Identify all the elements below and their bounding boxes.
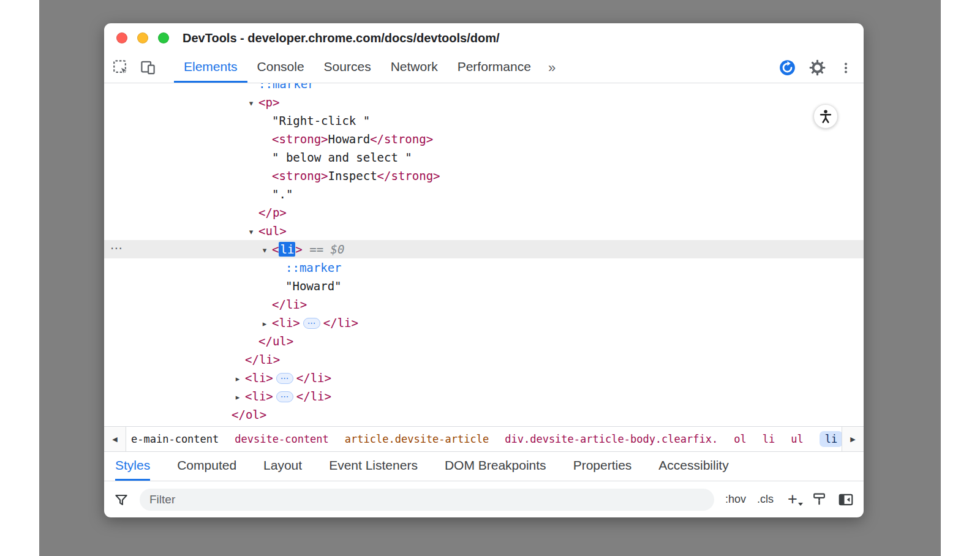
new-style-rule-button[interactable]: + (785, 490, 801, 509)
dom-tree-row[interactable]: </p> (104, 203, 864, 222)
toggle-sidebar-button[interactable] (838, 492, 854, 508)
tab-performance[interactable]: Performance (448, 53, 541, 83)
dom-tree-row[interactable]: ⋯▾<li> == $0 (104, 240, 864, 258)
pseudo-element-token: ::marker (285, 261, 342, 274)
breadcrumb: e-main-contentdevsite-contentarticle.dev… (126, 427, 842, 451)
panel-tabs: ElementsConsoleSourcesNetworkPerformance (174, 53, 541, 83)
text-token: " below and select " (272, 151, 412, 164)
breadcrumb-bar: ◀ e-main-contentdevsite-contentarticle.d… (104, 426, 864, 452)
dom-tree-row[interactable]: <strong>Inspect</strong> (104, 167, 864, 185)
more-tabs-button[interactable]: » (541, 53, 563, 83)
tag-token: < (272, 242, 279, 256)
sidebar-tab-dom-breakpoints[interactable]: DOM Breakpoints (445, 452, 546, 481)
dom-tree-row[interactable]: ▸<li>⋯</li> (104, 387, 864, 405)
toggle-element-state-button[interactable]: :hov (725, 493, 746, 506)
tag-token: </li> (296, 389, 331, 403)
caret-down-icon (798, 503, 803, 506)
toggle-sidebar-icon (838, 492, 854, 508)
breadcrumb-item-ul[interactable]: ul (791, 433, 803, 445)
dom-tree-row[interactable]: ▸<li>⋯</li> (104, 369, 864, 387)
text-token: Howard (328, 132, 371, 146)
more-actions-icon[interactable]: ⋯ (110, 240, 123, 257)
text-token: Inspect (328, 169, 377, 182)
gear-icon (809, 59, 826, 76)
breadcrumb-scroll-left-button[interactable]: ◀ (104, 427, 126, 451)
selected-tag-highlight: li (279, 242, 295, 257)
twisty-right-icon[interactable]: ▸ (232, 370, 244, 388)
dom-tree-row[interactable]: ::marker (104, 258, 864, 277)
sidebar-tab-computed[interactable]: Computed (177, 452, 236, 481)
sidebar-tab-styles[interactable]: Styles (115, 452, 150, 481)
dom-tree-row[interactable]: </li> (104, 350, 864, 369)
twisty-right-icon[interactable]: ▸ (258, 315, 271, 333)
dom-tree-row[interactable]: ::marker (104, 83, 864, 93)
format-paint-button[interactable] (812, 492, 827, 507)
kebab-icon (839, 61, 853, 75)
dom-tree-row[interactable]: "Howard" (104, 277, 864, 295)
collapsed-content-button[interactable]: ⋯ (276, 391, 293, 402)
tag-token: </ol> (232, 408, 266, 421)
breadcrumb-item-ol[interactable]: ol (734, 433, 746, 445)
dom-tree-row[interactable]: ▾<p> (104, 93, 864, 111)
close-button[interactable] (116, 32, 127, 43)
breadcrumb-item-li[interactable]: li (820, 431, 842, 447)
text-token: "Right-click " (272, 114, 370, 127)
more-options-button[interactable] (839, 61, 853, 75)
collapsed-content-button[interactable]: ⋯ (303, 318, 320, 329)
dom-tree-row[interactable]: </li> (104, 295, 864, 314)
titlebar: DevTools - developer.chrome.com/docs/dev… (104, 23, 864, 53)
tag-token: <li> (245, 389, 273, 403)
tag-token: <li> (272, 316, 300, 329)
text-token (303, 242, 309, 256)
dom-tree-row[interactable]: </ul> (104, 332, 864, 350)
breadcrumb-item-e-main-content[interactable]: e-main-content (131, 433, 219, 445)
styles-filter-input[interactable] (140, 489, 714, 511)
dom-tree-row[interactable]: "." (104, 185, 864, 203)
equals-token: == (309, 242, 323, 256)
text-token: "." (272, 187, 293, 201)
minimize-button[interactable] (137, 32, 148, 43)
plus-icon: + (788, 490, 797, 509)
breadcrumb-item-div-devsite-article-body-clearfix[interactable]: div.devsite-article-body.clearfix. (505, 433, 718, 445)
dom-tree-row[interactable]: <strong>Howard</strong> (104, 130, 864, 148)
element-classes-button[interactable]: .cls (757, 493, 774, 506)
breadcrumb-item-article-devsite-article[interactable]: article.devsite-article (345, 433, 489, 445)
twisty-down-icon[interactable]: ▾ (258, 241, 271, 260)
dom-tree-row[interactable]: "Right-click " (104, 111, 864, 130)
device-toolbar-button[interactable] (138, 53, 157, 83)
accessibility-button[interactable] (813, 104, 838, 129)
sidebar-tabs: StylesComputedLayoutEvent ListenersDOM B… (104, 452, 864, 481)
filter-funnel-icon (114, 492, 129, 507)
settings-button[interactable] (809, 59, 826, 76)
inspect-element-button[interactable] (111, 53, 130, 83)
sidebar-tab-event-listeners[interactable]: Event Listeners (329, 452, 418, 481)
sidebar-tab-accessibility[interactable]: Accessibility (658, 452, 728, 481)
collapsed-content-button[interactable]: ⋯ (276, 373, 293, 384)
tab-sources[interactable]: Sources (314, 53, 381, 83)
tab-elements[interactable]: Elements (174, 53, 247, 83)
sidebar-tab-layout[interactable]: Layout (263, 452, 302, 481)
tag-token: </li> (272, 298, 307, 311)
tab-network[interactable]: Network (381, 53, 448, 83)
breadcrumb-item-li[interactable]: li (763, 433, 775, 445)
tag-token: <li> (245, 371, 273, 385)
sync-badge-button[interactable] (779, 59, 796, 76)
sidebar-tab-properties[interactable]: Properties (573, 452, 632, 481)
zoom-button[interactable] (158, 32, 169, 43)
breadcrumb-scroll-right-button[interactable]: ▶ (842, 427, 864, 451)
inspect-cursor-icon (113, 59, 129, 76)
breadcrumb-item-devsite-content[interactable]: devsite-content (235, 433, 329, 445)
tag-token: > (295, 242, 302, 256)
pseudo-element-token: ::marker (258, 83, 315, 91)
tag-token: </p> (258, 206, 287, 219)
tab-console[interactable]: Console (247, 53, 314, 83)
twisty-right-icon[interactable]: ▸ (232, 388, 244, 407)
twisty-down-icon[interactable]: ▾ (245, 94, 257, 113)
twisty-down-icon[interactable]: ▾ (245, 223, 257, 241)
dom-tree-row[interactable]: ▾<ul> (104, 222, 864, 240)
dom-tree-row[interactable]: </ol> (104, 405, 864, 424)
dom-tree-row[interactable]: " below and select " (104, 148, 864, 167)
tag-token: </li> (245, 353, 280, 366)
format-paint-icon (812, 492, 827, 507)
dom-tree-row[interactable]: ▸<li>⋯</li> (104, 314, 864, 332)
